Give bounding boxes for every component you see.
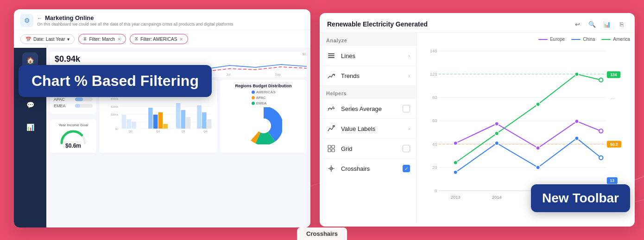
svg-point-79: [599, 156, 603, 160]
svg-point-76: [495, 141, 499, 145]
svg-text:Q2: Q2: [157, 130, 160, 132]
toolbar-icons: ↩ 🔍 📊 ⎘: [572, 19, 627, 30]
svg-rect-17: [158, 112, 163, 129]
series-avg-checkbox[interactable]: [403, 105, 410, 112]
copy-icon[interactable]: ⎘: [616, 19, 627, 30]
svg-point-81: [495, 122, 499, 125]
svg-rect-40: [332, 145, 335, 148]
trends-icon: [326, 71, 336, 81]
crosshairs-icon: [326, 163, 336, 174]
gear-icon: ⚙: [20, 14, 33, 27]
dashboard-title: ← Marketing Online: [37, 14, 304, 21]
svg-rect-14: [132, 122, 136, 129]
filter-bar: 📅 Date: Last Year ▾ ⧖ Filter: March ✕ ⧖ …: [14, 30, 310, 48]
svg-rect-22: [197, 105, 202, 129]
svg-point-74: [599, 78, 603, 82]
filter-icon: ⧖: [83, 36, 87, 42]
pie-chart-title: Regions Budget Distribution: [235, 84, 292, 88]
pie-legend: AMERICAS APAC EMEA: [252, 90, 276, 105]
series-avg-label: Series Average: [341, 105, 398, 112]
svg-rect-15: [148, 108, 153, 129]
pie-chart-card: Regions Budget Distribution AMERICAS APA…: [220, 80, 307, 153]
americas-filter-chip[interactable]: ⧖ Filter: AMERICAS ✕: [130, 34, 188, 44]
svg-text:$300k: $300k: [111, 105, 119, 108]
lines-icon: [326, 51, 336, 61]
svg-point-82: [536, 146, 540, 150]
sidebar-icon-chat[interactable]: 💬: [22, 97, 38, 113]
grid-checkbox[interactable]: [403, 145, 410, 152]
pie-chart-svg: [245, 107, 282, 144]
svg-rect-12: [122, 115, 126, 129]
grid-label: Grid: [341, 145, 398, 152]
undo-icon[interactable]: ↩: [572, 19, 583, 30]
svg-text:2014: 2014: [492, 195, 502, 200]
bar-chart-icon[interactable]: 📊: [601, 19, 612, 30]
svg-point-72: [536, 102, 540, 106]
svg-rect-19: [176, 103, 181, 129]
filter-icon-2: ⧖: [135, 36, 138, 42]
svg-point-84: [599, 129, 603, 133]
svg-point-77: [536, 166, 540, 169]
left-dashboard-card: ⚙ ← Marketing Online On this dashboard w…: [14, 9, 310, 227]
crosshairs-checkbox[interactable]: ✓: [403, 165, 410, 172]
lines-chevron: ›: [408, 53, 410, 58]
svg-text:120: 120: [430, 71, 437, 77]
menu-item-trends[interactable]: Trends ›: [320, 66, 417, 86]
svg-rect-20: [181, 110, 186, 129]
svg-rect-35: [328, 57, 335, 58]
svg-rect-33: [328, 53, 335, 54]
menu-item-series-avg[interactable]: Series Average: [320, 99, 417, 119]
right-card-title: Renewable Electricity Generated: [327, 20, 428, 28]
dashboard-subtitle: On this dashboard we could see all the d…: [37, 22, 304, 26]
svg-text:2013: 2013: [451, 195, 461, 200]
svg-rect-24: [207, 119, 212, 129]
svg-rect-16: [153, 115, 158, 129]
svg-rect-18: [163, 124, 168, 129]
svg-point-78: [575, 136, 579, 140]
svg-text:80: 80: [432, 95, 437, 100]
bar-chart-svg: $500k $300k $100k $0: [103, 96, 214, 133]
chart-legend-top: Europe China America: [422, 37, 630, 42]
menu-item-value-labels[interactable]: ab Value Labels ›: [320, 119, 417, 139]
value-labels-label: Value Labels: [341, 125, 404, 132]
svg-rect-41: [328, 149, 331, 152]
crosshairs-bottom-label: Crosshairs: [297, 227, 347, 240]
new-toolbar-badge: New Toolbar: [531, 184, 630, 212]
menu-item-crosshairs[interactable]: Crosshairs ✓: [320, 159, 417, 178]
svg-text:20: 20: [432, 165, 437, 170]
svg-text:0: 0: [435, 188, 437, 193]
value-labels-icon: ab: [326, 123, 336, 134]
lines-label: Lines: [341, 52, 404, 59]
header-text: ← Marketing Online On this dashboard we …: [37, 14, 304, 26]
menu-item-lines[interactable]: Lines ›: [320, 46, 417, 66]
grid-icon: [326, 143, 336, 154]
svg-point-80: [454, 141, 457, 145]
context-menu: Analyze Lines ›: [320, 33, 417, 222]
march-filter-chip[interactable]: ⧖ Filter: March ✕: [78, 34, 126, 44]
right-card-header: Renewable Electricity Generated ↩ 🔍 📊 ⎘: [320, 13, 635, 33]
svg-rect-23: [202, 112, 207, 129]
svg-point-71: [495, 131, 499, 135]
americas-filter-remove[interactable]: ✕: [179, 37, 183, 42]
series-avg-icon: [326, 104, 336, 114]
helpers-section-title: Helpers: [320, 86, 417, 99]
trends-chevron: ›: [408, 73, 410, 78]
sidebar-icon-chart[interactable]: 📊: [22, 119, 38, 135]
svg-text:13: 13: [610, 178, 615, 183]
chevron-down-icon: ▾: [67, 37, 69, 42]
svg-text:140: 140: [430, 48, 437, 53]
crosshairs-label-menu: Crosshairs: [341, 165, 398, 172]
date-filter-chip[interactable]: 📅 Date: Last Year ▾: [20, 34, 75, 44]
zoom-icon[interactable]: 🔍: [587, 19, 598, 30]
analyze-section-title: Analyze: [320, 33, 417, 46]
back-arrow-icon[interactable]: ←: [37, 15, 42, 21]
trends-label: Trends: [341, 72, 404, 79]
march-filter-remove[interactable]: ✕: [117, 37, 121, 42]
dashboard-header: ⚙ ← Marketing Online On this dashboard w…: [14, 9, 310, 30]
svg-point-70: [454, 161, 457, 164]
svg-text:Q1: Q1: [129, 130, 133, 132]
svg-text:134: 134: [610, 72, 617, 77]
menu-item-grid[interactable]: Grid: [320, 139, 417, 159]
calendar-icon: 📅: [25, 37, 31, 42]
svg-text:ab: ab: [334, 126, 335, 128]
